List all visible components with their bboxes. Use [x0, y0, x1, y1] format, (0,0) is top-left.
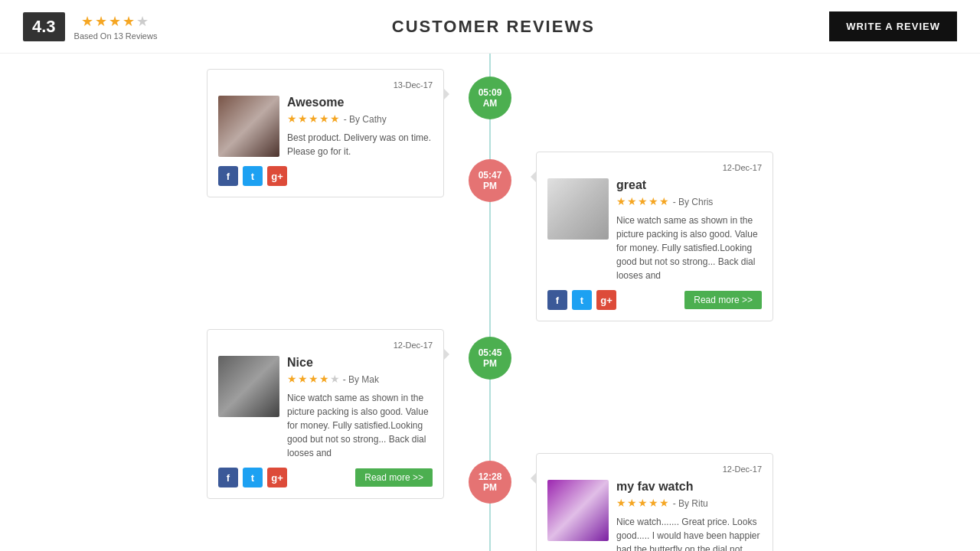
review-date: 12-Dec-17	[218, 341, 433, 350]
review-stars: ★★★★★	[616, 195, 670, 207]
review-author: - By Cathy	[344, 114, 387, 125]
review-stars: ★★★★	[287, 373, 330, 385]
review-content: Awesome ★★★★★ - By Cathy Best product. D…	[287, 96, 433, 158]
review-content: great ★★★★★ - By Chris Nice watch same a…	[616, 178, 762, 282]
bubble-period: PM	[483, 181, 497, 191]
bubble-period: AM	[483, 98, 498, 109]
rating-box: 4.3 ★★★★★ Based On 13 Reviews	[23, 12, 157, 41]
read-more-button[interactable]: Read more >>	[684, 291, 762, 309]
review-title: Awesome	[287, 96, 433, 109]
review-image	[218, 96, 279, 157]
review-author: - By Ritu	[673, 498, 708, 509]
review-top: Nice ★★★★★ - By Mak Nice watch same as s…	[218, 356, 433, 460]
review-actions: f t g+ Read more >>	[547, 290, 762, 310]
facebook-share-button[interactable]: f	[547, 290, 567, 310]
time-bubble-1b: 05:47 PM	[469, 159, 511, 202]
timeline-container: 13-Dec-17 Awesome ★★★★★ - By Cathy Best …	[69, 54, 911, 551]
review-date: 12-Dec-17	[547, 465, 762, 474]
review-title: my fav watch	[616, 480, 762, 494]
review-date: 12-Dec-17	[547, 163, 762, 172]
review-top: my fav watch ★★★★★ - By Ritu Nice watch.…	[547, 480, 762, 551]
time-bubble-2: 05:45 PM	[469, 337, 511, 380]
review-text: Nice watch same as shown in the picture …	[287, 391, 433, 460]
review-image	[547, 480, 609, 541]
rating-number: 4.3	[23, 12, 65, 41]
review-top: great ★★★★★ - By Chris Nice watch same a…	[547, 178, 762, 282]
stars-container: ★★★★★ Based On 13 Reviews	[74, 13, 158, 41]
timeline-center-1: 05:09 AM	[469, 77, 511, 119]
review-text: Nice watch same as shown in the picture …	[616, 214, 762, 282]
review-content: my fav watch ★★★★★ - By Ritu Nice watch.…	[616, 480, 762, 551]
review-card-great: 12-Dec-17 great ★★★★★ - By Chris Nice wa…	[536, 152, 773, 321]
timeline-center-2: 05:45 PM	[469, 337, 511, 380]
timeline-center-2b: 12:28 PM	[469, 461, 511, 504]
review-image	[547, 178, 609, 240]
review-card-myfav: 12-Dec-17 my fav watch ★★★★★ - By Ritu N…	[536, 453, 773, 551]
review-title: great	[616, 178, 762, 192]
write-review-button[interactable]: WRITE A REVIEW	[829, 11, 957, 41]
time-bubble-1: 05:09 AM	[469, 77, 511, 119]
review-stars: ★★★★★	[287, 112, 341, 125]
review-text: Nice watch....... Great price. Looks goo…	[616, 515, 762, 551]
bubble-period: PM	[483, 482, 497, 493]
timeline-row-1b: 05:47 PM 12-Dec-17 great ★★★★★ - By Chri…	[92, 152, 888, 321]
review-content: Nice ★★★★★ - By Mak Nice watch same as s…	[287, 356, 433, 460]
based-on-label: Based On 13 Reviews	[74, 31, 158, 41]
timeline-row-2b: 12:28 PM 12-Dec-17 my fav watch ★★★★★ - …	[92, 453, 888, 551]
bubble-period: PM	[483, 358, 497, 369]
review-date: 13-Dec-17	[218, 80, 433, 90]
review-stars: ★★★★★	[616, 497, 670, 509]
timeline-right-1b: 12-Dec-17 great ★★★★★ - By Chris Nice wa…	[490, 152, 888, 321]
timeline-right-1	[490, 69, 888, 130]
review-author: - By Mak	[343, 374, 379, 385]
review-stars-row: ★★★★★ - By Cathy	[287, 112, 433, 125]
stars-display: ★★★★★	[81, 13, 150, 30]
review-title: Nice	[287, 356, 433, 370]
timeline-right-2b: 12-Dec-17 my fav watch ★★★★★ - By Ritu N…	[490, 453, 888, 551]
header: 4.3 ★★★★★ Based On 13 Reviews CUSTOMER R…	[0, 0, 980, 54]
bubble-time: 12:28	[479, 471, 502, 482]
review-author: - By Chris	[673, 197, 714, 207]
page-title: CUSTOMER REVIEWS	[157, 17, 829, 37]
review-stars-row: ★★★★★ - By Ritu	[616, 497, 762, 509]
review-stars-row: ★★★★★ - By Mak	[287, 373, 433, 385]
twitter-share-button[interactable]: t	[572, 290, 592, 310]
bubble-time: 05:45	[479, 347, 502, 358]
review-top: Awesome ★★★★★ - By Cathy Best product. D…	[218, 96, 433, 158]
bubble-time: 05:47	[479, 170, 502, 181]
review-image	[218, 356, 279, 417]
time-bubble-2b: 12:28 PM	[469, 461, 511, 504]
review-stars-row: ★★★★★ - By Chris	[616, 195, 762, 207]
timeline-center-1b: 05:47 PM	[469, 159, 511, 202]
bubble-time: 05:09	[479, 87, 502, 98]
googleplus-share-button[interactable]: g+	[596, 290, 616, 310]
